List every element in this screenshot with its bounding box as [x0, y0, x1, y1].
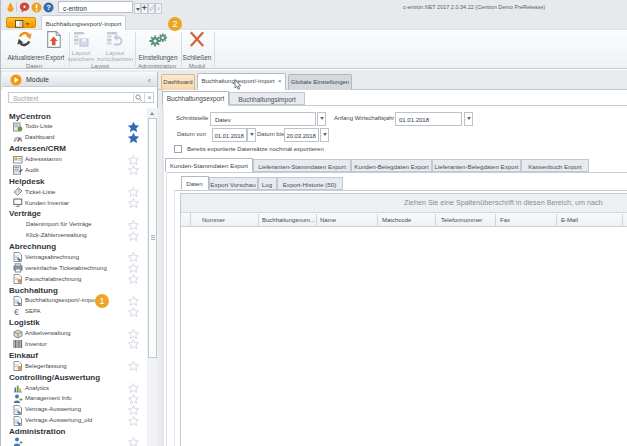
svg-text:?: ?	[46, 3, 51, 12]
svg-text:€: €	[14, 307, 19, 317]
